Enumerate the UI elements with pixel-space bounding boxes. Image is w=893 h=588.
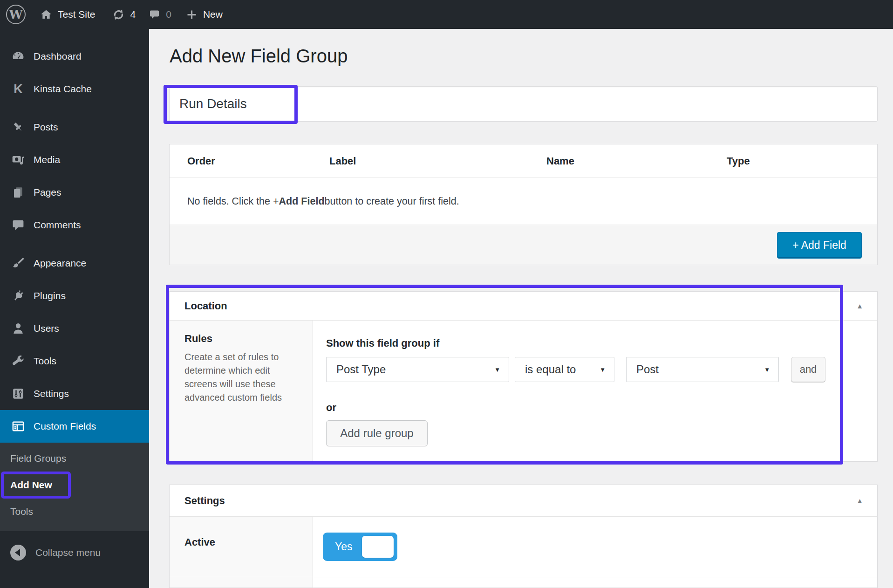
admin-bar-comments[interactable]: 0 [149,9,171,21]
chevron-down-icon: ▼ [494,366,500,373]
site-name-label: Test Site [58,9,95,20]
comment-bubble-icon [11,218,25,232]
chevron-down-icon: ▼ [764,366,770,373]
add-field-button[interactable]: + Add Field [777,232,862,259]
rules-label: Rules [184,333,303,345]
sidebar-item-label: Posts [34,122,58,133]
home-icon [40,8,52,21]
admin-bar: W Test Site 4 [0,0,893,29]
location-panel-title: Location [184,300,227,312]
active-label-column: Active [170,517,313,577]
toggle-knob [362,536,394,558]
field-group-title-input[interactable] [169,86,878,122]
sidebar-item-label: Pages [34,187,61,198]
admin-sidebar: Dashboard K Kinsta Cache Posts [0,29,149,588]
location-panel-header: Location ▲ [170,292,877,321]
sidebar-item-label: Settings [34,388,69,399]
comments-count: 0 [166,9,171,20]
menu-separator [0,241,149,247]
rules-label-column: Rules Create a set of rules to determine… [170,321,313,462]
main-content: Add New Field Group Order Label Name Typ… [149,29,893,588]
comment-icon [149,9,160,21]
sidebar-item-label: Tools [34,356,56,367]
annotation-add-new: Add New [1,472,71,499]
submenu-item-field-groups[interactable]: Field Groups [0,448,149,469]
media-camera-icon [11,153,25,167]
sidebar-item-label: Comments [34,219,81,231]
column-type: Type [727,155,750,167]
sidebar-item-posts[interactable]: Posts [0,111,149,144]
menu-separator [0,105,149,111]
location-rules-area: Show this field group if Post Type ▼ is … [313,321,877,462]
sidebar-item-pages[interactable]: Pages [0,176,149,209]
submenu-item-label: Tools [10,506,33,517]
and-rule-button[interactable]: and [791,357,825,382]
rule-value-select[interactable]: Post ▼ [626,357,779,382]
sidebar-item-label: Kinsta Cache [34,83,92,95]
collapse-menu-button[interactable]: Collapse menu [0,540,149,565]
paintbrush-icon [11,256,25,270]
sidebar-item-kinsta-cache[interactable]: K Kinsta Cache [0,73,149,105]
collapse-arrow-icon [10,545,26,561]
next-setting-row [170,577,877,588]
submenu-item-tools[interactable]: Tools [0,501,149,522]
no-fields-message: No fields. Click the + Add Field button … [170,178,877,225]
settings-panel: Settings ▲ Active Yes [169,485,878,588]
sidebar-item-dashboard[interactable]: Dashboard [0,40,149,73]
admin-bar-new[interactable]: New [186,9,223,21]
settings-panel-header: Settings ▲ [170,485,877,517]
fields-panel-footer: + Add Field [170,225,877,265]
or-label: or [326,402,877,414]
admin-bar-site-name[interactable]: Test Site [40,8,95,21]
pages-icon [11,185,25,199]
sidebar-item-comments[interactable]: Comments [0,209,149,241]
sidebar-item-users[interactable]: Users [0,312,149,345]
next-setting-label-column [170,577,313,588]
submenu-item-label: Field Groups [10,453,66,464]
user-icon [11,321,25,335]
add-rule-group-button[interactable]: Add rule group [326,420,428,446]
custom-fields-submenu: Field Groups Add New Tools [0,443,149,531]
sidebar-item-custom-fields[interactable]: Custom Fields [0,410,149,443]
sidebar-item-label: Plugins [34,290,66,301]
collapse-panel-icon[interactable]: ▲ [856,496,863,504]
dashboard-gauge-icon [11,49,25,63]
settings-panel-title: Settings [184,495,225,507]
active-setting-control: Yes [313,517,877,577]
active-setting-row: Active Yes [170,517,877,577]
collapse-menu-label: Collapse menu [35,547,101,558]
wrench-icon [11,354,25,368]
submenu-item-label: Add New [10,479,52,491]
sliders-icon [11,387,25,401]
rule-operator-select[interactable]: is equal to ▼ [515,357,614,382]
plus-icon [186,9,198,21]
location-rule-row: Post Type ▼ is equal to ▼ Post ▼ and [326,357,877,382]
updates-count: 4 [130,9,136,20]
location-panel-body: Rules Create a set of rules to determine… [170,321,877,462]
column-order: Order [187,155,215,167]
sidebar-item-plugins[interactable]: Plugins [0,280,149,312]
sidebar-item-label: Custom Fields [34,421,96,432]
sidebar-item-appearance[interactable]: Appearance [0,247,149,280]
sidebar-item-label: Dashboard [34,51,82,62]
sidebar-item-settings[interactable]: Settings [0,377,149,410]
sidebar-item-label: Appearance [34,258,86,269]
active-label: Active [184,536,303,548]
active-toggle[interactable]: Yes [323,533,397,561]
sidebar-item-tools[interactable]: Tools [0,345,149,377]
sidebar-item-media[interactable]: Media [0,144,149,176]
rule-param-select[interactable]: Post Type ▼ [326,357,509,382]
column-name: Name [546,155,574,167]
chevron-down-icon: ▼ [600,366,606,373]
wordpress-admin-screen: W Test Site 4 [0,0,893,588]
sidebar-item-label: Media [34,154,60,165]
update-icon [112,8,125,21]
kinsta-k-icon: K [11,82,25,96]
wordpress-logo-icon[interactable]: W [6,5,26,24]
collapse-panel-icon[interactable]: ▲ [856,301,863,309]
toggle-yes-label: Yes [323,540,353,553]
submenu-item-add-new[interactable]: Add New [10,475,52,495]
admin-bar-updates[interactable]: 4 [112,8,136,21]
plug-icon [11,289,25,303]
table-icon [11,419,25,433]
